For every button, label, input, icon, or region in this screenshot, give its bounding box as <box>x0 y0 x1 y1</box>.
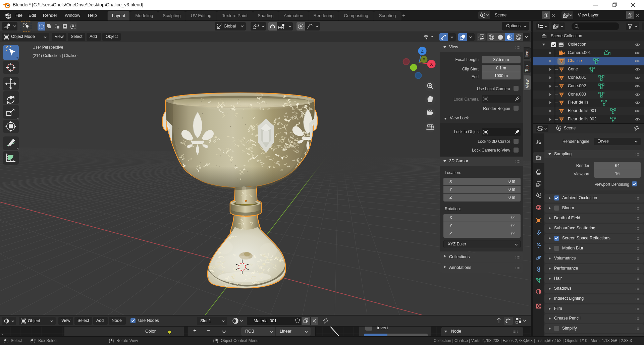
svg-text:X: X <box>430 62 433 67</box>
svg-text:Z: Z <box>421 49 424 54</box>
